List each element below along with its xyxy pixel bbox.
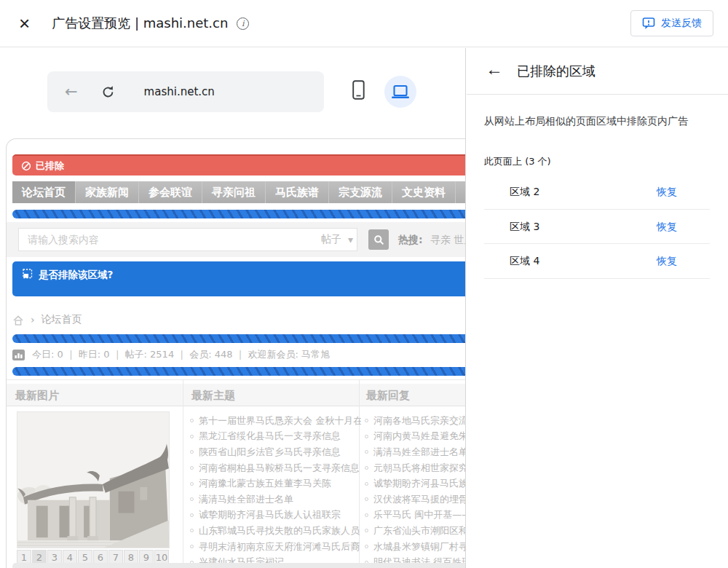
column-divider xyxy=(183,380,183,568)
page-number[interactable]: 6 xyxy=(93,550,108,564)
bullet-icon xyxy=(365,419,368,422)
topic-item[interactable]: 河南豫北蒙古族五姓董李马关陈 xyxy=(190,476,361,492)
no-symbol-icon xyxy=(21,161,31,171)
info-icon[interactable]: i xyxy=(237,17,249,30)
page-title: 广告设置预览 | mashi.net.cn xyxy=(52,15,228,32)
hot-search-label: 热搜: xyxy=(398,234,423,245)
topic-item[interactable]: 第十一届世界马氏恳亲大会 金秋十月在 xyxy=(190,413,361,429)
hot-search: 热搜: 寻亲 世系 xyxy=(398,234,466,247)
bullet-icon xyxy=(365,513,368,517)
reply-item[interactable]: 元朝马氏将相世家探究 xyxy=(365,460,466,476)
home-icon[interactable] xyxy=(12,315,24,326)
stats-chart-icon xyxy=(12,350,25,360)
send-feedback-button[interactable]: 发送反馈 xyxy=(630,10,713,36)
bullet-icon xyxy=(190,450,194,454)
page-number[interactable]: 2 xyxy=(32,550,47,564)
page-number[interactable]: 3 xyxy=(47,550,62,564)
topic-item[interactable]: 山东郓城马氏寻找失散的马氏家族人员 xyxy=(190,523,361,539)
bullet-icon xyxy=(190,545,194,548)
panel-header: ← 已排除的区域 xyxy=(467,48,728,95)
close-icon[interactable]: × xyxy=(19,14,30,33)
site-preview-frame: 已排除 论坛首页家族新闻参会联谊寻亲问祖马氏族谱宗支源流文史资料 帖子 ▾ xyxy=(6,138,466,568)
topic-item[interactable]: 寻明末清初南京应天府淮河滩马氏后裔 xyxy=(190,539,361,555)
forum-nav: 论坛首页家族新闻参会联谊寻亲问祖马氏族谱宗支源流文史资料 xyxy=(12,181,466,203)
latest-image-thumbnail[interactable] xyxy=(17,411,170,548)
restore-link[interactable]: 恢复 xyxy=(657,255,677,268)
mobile-toggle-icon[interactable] xyxy=(352,80,365,100)
zone-divider-pill-inactive[interactable] xyxy=(12,563,466,568)
area-label: 区域 3 xyxy=(510,221,539,234)
reply-item[interactable]: 诚挚期盼齐河县马氏族人 xyxy=(365,476,466,492)
area-label: 区域 4 xyxy=(510,255,539,268)
breadcrumb-current[interactable]: 论坛首页 xyxy=(41,313,82,326)
restore-link[interactable]: 恢复 xyxy=(657,221,677,234)
page-number[interactable]: 9 xyxy=(139,550,154,564)
topic-item[interactable]: 满清马姓全部进士名单 xyxy=(190,492,361,508)
forum-nav-item[interactable]: 参会联谊 xyxy=(139,181,202,203)
excluded-banner-label: 已排除 xyxy=(36,159,64,173)
bullet-icon xyxy=(365,466,368,470)
zone-divider-pill[interactable] xyxy=(12,367,466,376)
table-header: 最新图片 最新主题 最新回复 xyxy=(7,384,466,406)
topic-item[interactable]: 陕西省山阳乡法官乡马氏寻亲信息 xyxy=(190,444,361,460)
page-number[interactable]: 10 xyxy=(154,550,169,564)
image-pagination: 12345678910 xyxy=(17,550,170,564)
reply-item[interactable]: 广东省汕头市潮阳区和平 xyxy=(365,523,466,539)
reply-item[interactable]: 乐平马氏 闽中开基——马 xyxy=(365,508,466,524)
forum-nav-item[interactable]: 家族新闻 xyxy=(76,181,139,203)
latest-replies-list: 河南各地马氏宗亲交流（ 河南内黄马姓是避免朱洪 满清马姓全部进士名单 元朝马氏将… xyxy=(365,413,466,568)
bullet-icon xyxy=(190,419,194,422)
forum-nav-item[interactable]: 论坛首页 xyxy=(12,181,76,203)
bullet-icon xyxy=(190,466,194,470)
panel-section-label: 此页面上 (3 个) xyxy=(484,155,551,168)
bullet-icon xyxy=(190,482,194,486)
forum-nav-item[interactable]: 宗支源流 xyxy=(329,181,392,203)
reply-item[interactable]: 汉伏波将军马援的埋骨地 xyxy=(365,492,466,508)
topic-item[interactable]: 诚挚期盼齐河县马氏族人认祖联宗 xyxy=(190,508,361,524)
search-button[interactable] xyxy=(368,229,389,250)
forum-nav-item[interactable]: 文史资料 xyxy=(392,181,456,203)
zone-divider-pill[interactable] xyxy=(12,210,466,218)
excluded-area-row: 区域 2 恢复 xyxy=(484,175,710,210)
site-preview-pane: ← mashi.net.cn xyxy=(0,48,466,568)
topic-item[interactable]: 河南省桐柏县马鞍桥马氏一支寻亲信息 xyxy=(190,460,361,476)
hot-search-terms[interactable]: 寻亲 世系 xyxy=(430,234,466,245)
back-icon[interactable]: ← xyxy=(65,83,78,100)
search-category-select[interactable]: 帖子 ▾ xyxy=(321,228,353,251)
exclude-prompt-label: 是否排除该区域? xyxy=(39,269,113,296)
forum-stats: 今日: 0 ｜ 昨日: 0 ｜ 帖子: 2514 ｜ 会员: 448 ｜ 欢迎新… xyxy=(12,348,330,361)
area-label: 区域 2 xyxy=(510,186,539,199)
latest-topics-list: 第十一届世界马氏恳亲大会 金秋十月在 黑龙江省绥化县马氏一支寻亲信息 陕西省山阳… xyxy=(190,413,361,568)
page-number[interactable]: 4 xyxy=(63,550,77,564)
reply-item[interactable]: 水城县米箩镇铜厂村寻根 xyxy=(365,539,466,555)
panel-back-icon[interactable]: ← xyxy=(486,59,503,79)
forum-table: 最新图片 最新主题 最新回复 xyxy=(7,379,466,568)
excluded-areas-panel: ← 已排除的区域 从网站上布局相似的页面区域中排除页内广告 此页面上 (3 个)… xyxy=(467,48,728,568)
reply-item[interactable]: 河南各地马氏宗亲交流（ xyxy=(365,413,466,429)
desktop-toggle-selected[interactable] xyxy=(384,76,416,108)
zone-divider-pill[interactable] xyxy=(12,334,466,343)
forum-stats-text: 今日: 0 ｜ 昨日: 0 ｜ 帖子: 2514 ｜ 会员: 448 ｜ 欢迎新… xyxy=(32,348,330,361)
forum-nav-item[interactable]: 马氏族谱 xyxy=(266,181,329,203)
search-band: 帖子 ▾ 热搜: 寻亲 世系 xyxy=(7,222,466,257)
reload-icon[interactable] xyxy=(101,85,115,99)
page-number[interactable]: 7 xyxy=(108,550,123,564)
laptop-icon xyxy=(391,84,410,100)
reply-item[interactable]: 满清马姓全部进士名单 xyxy=(365,444,466,460)
topic-item[interactable]: 黑龙江省绥化县马氏一支寻亲信息 xyxy=(190,429,361,445)
search-icon xyxy=(373,234,384,245)
excluded-areas-list: 区域 2 恢复 区域 3 恢复 区域 4 恢复 xyxy=(467,175,728,279)
exclude-prompt-banner[interactable]: 是否排除该区域? xyxy=(12,261,466,296)
page-number[interactable]: 1 xyxy=(17,550,31,564)
bullet-icon xyxy=(365,545,368,548)
page-number[interactable]: 5 xyxy=(78,550,92,564)
page-number[interactable]: 8 xyxy=(124,550,138,564)
forum-nav-item[interactable]: 寻亲问祖 xyxy=(202,181,266,203)
restore-link[interactable]: 恢复 xyxy=(657,186,677,199)
reply-item[interactable]: 河南内黄马姓是避免朱洪 xyxy=(365,429,466,445)
breadcrumb: › 论坛首页 xyxy=(12,312,82,327)
search-input[interactable] xyxy=(18,228,357,251)
ad-settings-preview-window: × 广告设置预览 | mashi.net.cn i 发送反馈 ← mashi.n… xyxy=(0,0,728,568)
column-header-images: 最新图片 xyxy=(15,389,59,403)
topbar: × 广告设置预览 | mashi.net.cn i 发送反馈 xyxy=(0,0,728,47)
